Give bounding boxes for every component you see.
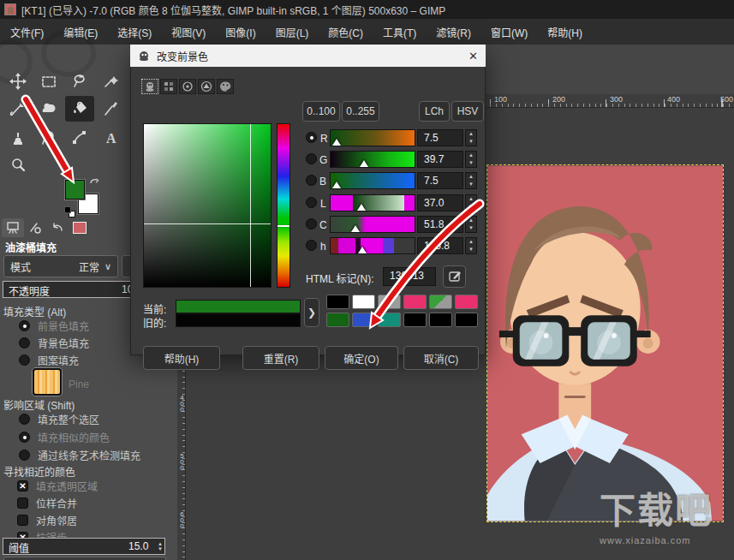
palette-selector-tab[interactable] xyxy=(217,79,234,94)
fill-type-pattern-radio[interactable]: 图案填充 xyxy=(19,353,79,367)
slider-marker[interactable] xyxy=(358,247,367,253)
device-status-tab[interactable] xyxy=(24,218,46,237)
slider-marker[interactable] xyxy=(332,139,341,146)
menu-windows[interactable]: 窗口(W) xyxy=(491,25,528,39)
history-swatch[interactable] xyxy=(326,295,349,309)
paths-tool[interactable] xyxy=(65,125,94,151)
fill-type-foreground-radio[interactable]: 前景色填充 xyxy=(19,319,89,333)
cancel-button[interactable]: 取消(C) xyxy=(403,346,479,370)
channel-h-radio[interactable] xyxy=(306,240,317,251)
channel-l-slider[interactable] xyxy=(330,194,415,211)
channel-b-radio[interactable] xyxy=(306,175,317,186)
lch-button[interactable]: LCh xyxy=(419,101,450,122)
history-swatch[interactable] xyxy=(352,313,375,327)
fill-by-line-art-radio[interactable]: 通过线条艺术检测填充 xyxy=(19,448,140,462)
watercolor-selector-tab[interactable] xyxy=(179,79,196,94)
hsv-button[interactable]: HSV xyxy=(451,101,484,122)
cmyk-selector-tab[interactable] xyxy=(160,79,177,94)
range-0-255-button[interactable]: 0..255 xyxy=(342,101,379,122)
sample-merged-checkbox[interactable]: 位样合并 xyxy=(17,496,77,510)
channel-b-value[interactable]: 7.5 xyxy=(417,172,463,189)
spinner-arrows-icon[interactable]: ▲▼ xyxy=(158,541,163,551)
channel-l-spinner[interactable]: ▲▼ xyxy=(465,194,477,211)
reset-button[interactable]: 重置(R) xyxy=(242,346,319,370)
color-wheel-selector-tab[interactable] xyxy=(198,79,215,94)
threshold-slider[interactable]: 阈值 15.0 ▲▼ xyxy=(3,538,165,555)
slider-marker[interactable] xyxy=(360,160,368,167)
mode-dropdown[interactable]: 模式 正常 ∨ xyxy=(3,255,118,277)
channel-g-spinner[interactable]: ▲▼ xyxy=(465,151,477,168)
slider-marker[interactable] xyxy=(351,225,360,232)
rectangle-select-tool[interactable] xyxy=(34,69,63,94)
menu-colors[interactable]: 颜色(C) xyxy=(328,25,363,39)
pattern-preview[interactable] xyxy=(33,368,62,396)
diagonal-neighbors-checkbox[interactable]: 对角邻居 xyxy=(17,513,77,527)
color-picker-button[interactable] xyxy=(443,265,466,288)
help-button[interactable]: 帮助(H) xyxy=(143,346,220,370)
channel-h-slider[interactable] xyxy=(330,237,415,254)
channel-r-value[interactable]: 7.5 xyxy=(417,129,463,146)
warp-transform-tool[interactable] xyxy=(34,96,63,122)
swap-colors-icon[interactable] xyxy=(88,176,102,188)
channel-c-radio[interactable] xyxy=(306,218,317,229)
slider-marker[interactable] xyxy=(332,182,341,188)
fuzzy-select-tool[interactable] xyxy=(96,69,125,94)
zoom-tool[interactable] xyxy=(3,152,33,178)
history-swatch[interactable] xyxy=(352,295,375,309)
foreground-color-swatch[interactable] xyxy=(65,180,85,200)
channel-c-slider[interactable] xyxy=(330,216,415,233)
channel-r-slider[interactable] xyxy=(330,129,415,146)
menu-layer[interactable]: 图层(L) xyxy=(276,25,309,39)
history-swatch[interactable] xyxy=(378,295,401,309)
move-tool[interactable] xyxy=(3,69,33,94)
channel-g-radio[interactable] xyxy=(306,153,317,164)
smudge-tool[interactable] xyxy=(34,125,63,151)
paintbrush-tool[interactable] xyxy=(96,96,125,122)
fill-type-background-radio[interactable]: 背景色填充 xyxy=(19,336,89,350)
channel-b-spinner[interactable]: ▲▼ xyxy=(465,172,477,189)
channel-h-value[interactable]: 135.8 xyxy=(417,237,463,254)
slider-marker[interactable] xyxy=(357,204,366,211)
channel-r-spinner[interactable]: ▲▼ xyxy=(465,129,477,146)
channel-h-spinner[interactable]: ▲▼ xyxy=(465,237,477,254)
channel-c-value[interactable]: 51.8 xyxy=(417,216,463,233)
history-swatch[interactable] xyxy=(429,295,452,309)
html-notation-input[interactable]: 136513 xyxy=(383,267,436,286)
fill-similar-colors-radio[interactable]: 填充相似的颜色 xyxy=(19,430,110,444)
history-swatch[interactable] xyxy=(455,295,478,309)
menu-select[interactable]: 选择(S) xyxy=(117,25,152,39)
default-colors-icon[interactable] xyxy=(64,206,71,213)
channel-l-value[interactable]: 37.0 xyxy=(417,194,463,211)
crop-tool[interactable] xyxy=(3,96,33,122)
ok-button[interactable]: 确定(O) xyxy=(325,346,398,370)
free-select-tool[interactable] xyxy=(65,69,94,94)
history-swatch[interactable] xyxy=(403,313,427,327)
channel-c-spinner[interactable]: ▲▼ xyxy=(465,216,477,233)
menu-tools[interactable]: 工具(T) xyxy=(383,25,416,39)
menu-help[interactable]: 帮助(H) xyxy=(547,25,582,39)
history-swatch[interactable] xyxy=(403,295,427,309)
close-icon[interactable]: ✕ xyxy=(468,50,478,63)
dialog-title-bar[interactable]: 改变前景色 ✕ xyxy=(130,45,486,67)
channel-l-radio[interactable] xyxy=(306,197,317,208)
undo-history-tab[interactable] xyxy=(46,218,69,237)
menu-file[interactable]: 文件(F) xyxy=(10,25,44,39)
clone-tool[interactable] xyxy=(3,125,33,151)
range-0-100-button[interactable]: 0..100 xyxy=(302,101,340,122)
channel-g-value[interactable]: 39.7 xyxy=(417,151,463,168)
menu-image[interactable]: 图像(I) xyxy=(225,25,255,39)
image-thumbnail-tab[interactable] xyxy=(69,218,91,237)
history-swatch[interactable] xyxy=(326,313,349,327)
gimp-selector-tab[interactable] xyxy=(141,79,158,94)
saturation-value-square[interactable] xyxy=(143,123,272,288)
hue-strip[interactable] xyxy=(277,123,290,288)
history-swatch[interactable] xyxy=(429,313,452,327)
fill-transparent-checkbox[interactable]: ✕填充透明区域 xyxy=(17,479,98,493)
menu-view[interactable]: 视图(V) xyxy=(171,25,206,39)
menu-filters[interactable]: 滤镜(R) xyxy=(436,25,471,39)
tool-options-tab[interactable] xyxy=(2,218,24,237)
channel-g-slider[interactable] xyxy=(330,151,415,168)
bucket-fill-tool[interactable] xyxy=(65,96,94,122)
fill-whole-selection-radio[interactable]: 填充整个选区 xyxy=(19,412,99,426)
text-tool[interactable]: A xyxy=(96,125,125,151)
